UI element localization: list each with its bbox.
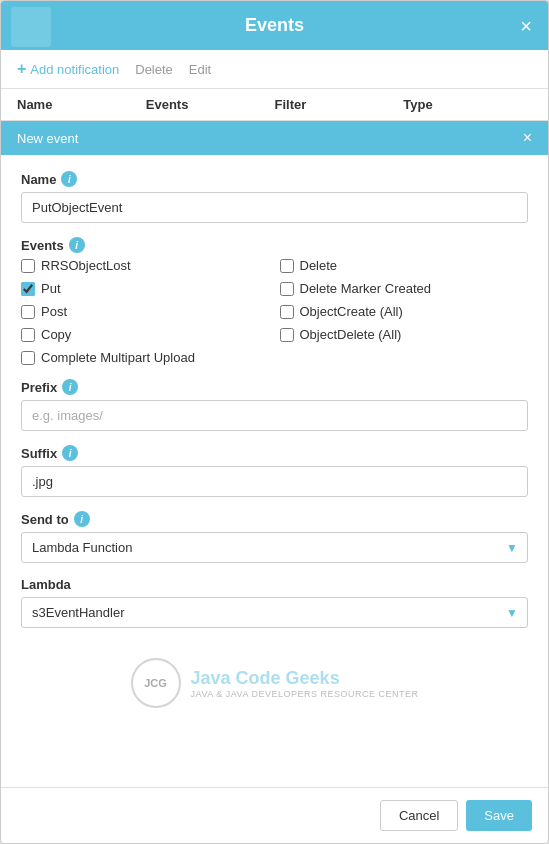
send-to-info-icon[interactable]: i <box>74 511 90 527</box>
name-input[interactable] <box>21 192 528 223</box>
lambda-select-wrapper: s3EventHandler ▼ <box>21 597 528 628</box>
suffix-group: Suffix i <box>21 445 528 497</box>
logo-area: JCG Java Code Geeks JAVA & JAVA DEVELOPE… <box>21 642 528 724</box>
col-filter: Filter <box>275 97 404 112</box>
events-group: Events i RRSObjectLost Delete Put <box>21 237 528 365</box>
cb-objectdelete-input[interactable] <box>280 328 294 342</box>
cb-multipart[interactable]: Complete Multipart Upload <box>21 350 270 365</box>
save-button[interactable]: Save <box>466 800 532 831</box>
name-info-icon[interactable]: i <box>61 171 77 187</box>
lambda-group: Lambda s3EventHandler ▼ <box>21 577 528 628</box>
cb-rrsobjectlost[interactable]: RRSObjectLost <box>21 258 270 273</box>
name-group: Name i <box>21 171 528 223</box>
cb-deletemarker[interactable]: Delete Marker Created <box>280 281 529 296</box>
events-modal: Events × Add notification Delete Edit Na… <box>0 0 549 844</box>
col-events: Events <box>146 97 275 112</box>
prefix-group: Prefix i <box>21 379 528 431</box>
prefix-label: Prefix i <box>21 379 528 395</box>
logo-main-text: Java Code Geeks <box>191 668 419 689</box>
send-to-select[interactable]: Lambda Function SQS Queue SNS Topic <box>21 532 528 563</box>
cb-objectcreate[interactable]: ObjectCreate (All) <box>280 304 529 319</box>
logo-icon: JCG <box>131 658 181 708</box>
modal-title: Events <box>245 15 304 35</box>
cb-rrsobjectlost-input[interactable] <box>21 259 35 273</box>
cb-post[interactable]: Post <box>21 304 270 319</box>
send-to-select-wrapper: Lambda Function SQS Queue SNS Topic ▼ <box>21 532 528 563</box>
cb-deletemarker-input[interactable] <box>280 282 294 296</box>
events-label: Events i <box>21 237 528 253</box>
modal-close-button[interactable]: × <box>520 16 532 36</box>
form-body: Name i Events i RRSObjectLost Delete <box>1 155 548 787</box>
cb-delete[interactable]: Delete <box>280 258 529 273</box>
add-notification-button[interactable]: Add notification <box>17 60 119 78</box>
selected-row-label: New event <box>17 131 78 146</box>
selected-row[interactable]: New event × <box>1 121 548 155</box>
lambda-select[interactable]: s3EventHandler <box>21 597 528 628</box>
col-name: Name <box>17 97 146 112</box>
logo-sub-text: JAVA & JAVA DEVELOPERS RESOURCE CENTER <box>191 689 419 699</box>
name-label: Name i <box>21 171 528 187</box>
suffix-input[interactable] <box>21 466 528 497</box>
suffix-info-icon[interactable]: i <box>62 445 78 461</box>
suffix-label: Suffix i <box>21 445 528 461</box>
cb-post-input[interactable] <box>21 305 35 319</box>
events-info-icon[interactable]: i <box>69 237 85 253</box>
edit-button[interactable]: Edit <box>189 62 211 77</box>
toolbar: Add notification Delete Edit <box>1 50 548 89</box>
modal-footer: Cancel Save <box>1 787 548 843</box>
cb-objectdelete[interactable]: ObjectDelete (All) <box>280 327 529 342</box>
cb-put[interactable]: Put <box>21 281 270 296</box>
cb-copy-input[interactable] <box>21 328 35 342</box>
send-to-group: Send to i Lambda Function SQS Queue SNS … <box>21 511 528 563</box>
prefix-input[interactable] <box>21 400 528 431</box>
delete-button[interactable]: Delete <box>135 62 173 77</box>
cb-objectcreate-input[interactable] <box>280 305 294 319</box>
send-to-label: Send to i <box>21 511 528 527</box>
cancel-button[interactable]: Cancel <box>380 800 458 831</box>
col-type: Type <box>403 97 532 112</box>
prefix-info-icon[interactable]: i <box>62 379 78 395</box>
cb-delete-input[interactable] <box>280 259 294 273</box>
checkboxes-grid: RRSObjectLost Delete Put Delete Marker C… <box>21 258 528 365</box>
lambda-label: Lambda <box>21 577 528 592</box>
modal-header: Events × <box>1 1 548 50</box>
cb-copy[interactable]: Copy <box>21 327 270 342</box>
cb-multipart-input[interactable] <box>21 351 35 365</box>
table-header: Name Events Filter Type <box>1 89 548 121</box>
selected-row-close[interactable]: × <box>523 129 532 147</box>
logo-text: Java Code Geeks JAVA & JAVA DEVELOPERS R… <box>191 668 419 699</box>
cb-put-input[interactable] <box>21 282 35 296</box>
